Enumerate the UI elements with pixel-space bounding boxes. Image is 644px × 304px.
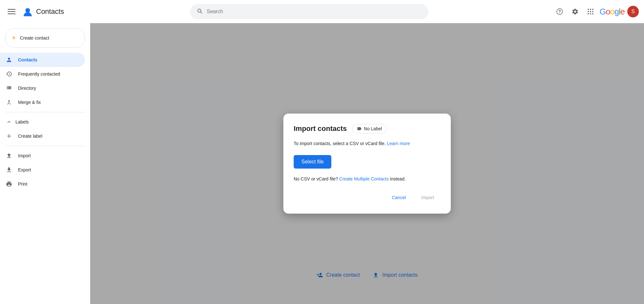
sidebar-item-export[interactable]: Export [0, 163, 85, 177]
menu-button[interactable] [5, 5, 18, 18]
plus-icon: + [12, 34, 16, 42]
search-inner [190, 4, 428, 19]
app-name: Contacts [36, 7, 64, 16]
svg-point-2 [559, 13, 560, 14]
directory-icon [5, 84, 13, 92]
sidebar-item-import-label: Import [18, 153, 31, 158]
google-logo: Google [600, 7, 625, 17]
label-tag-icon [357, 126, 362, 131]
sidebar-item-merge-fix-label: Merge & fix [18, 100, 41, 105]
sidebar-item-merge-fix[interactable]: Merge & fix [0, 95, 85, 109]
search-input[interactable] [207, 9, 422, 14]
sidebar-item-export-label: Export [18, 167, 31, 172]
labels-section-label: Labels [15, 119, 29, 124]
sidebar: + Create contact Contacts Frequently con… [0, 23, 90, 304]
create-contact-button[interactable]: + Create contact [5, 28, 85, 48]
sidebar-item-create-label-label: Create label [18, 134, 43, 139]
print-icon [5, 180, 13, 188]
sidebar-item-import[interactable]: Import [0, 149, 85, 163]
nav-divider-2 [5, 146, 85, 146]
settings-button[interactable] [569, 5, 582, 18]
sidebar-item-contacts[interactable]: Contacts [0, 53, 85, 67]
person-icon [5, 56, 13, 64]
add-icon [5, 132, 13, 140]
header-right: Google S [553, 5, 639, 18]
export-icon [5, 166, 13, 174]
header-left: Contacts [5, 5, 128, 18]
chevron-up-icon [5, 118, 13, 126]
cancel-button[interactable]: Cancel [385, 192, 412, 203]
dialog-title: Import contacts [294, 124, 347, 133]
learn-more-link[interactable]: Learn more [387, 141, 410, 146]
sidebar-item-frequently-contacted[interactable]: Frequently contacted [0, 67, 85, 81]
history-icon [5, 70, 13, 78]
dialog-note: No CSV or vCard file? Create Multiple Co… [294, 176, 440, 181]
user-avatar[interactable]: S [627, 6, 639, 17]
sidebar-item-print-label: Print [18, 181, 27, 187]
sidebar-item-contacts-label: Contacts [18, 57, 37, 62]
sidebar-item-directory-label: Directory [18, 86, 36, 91]
search-bar [190, 4, 428, 19]
app-logo: Contacts [22, 6, 64, 17]
sidebar-item-frequently-contacted-label: Frequently contacted [18, 71, 60, 77]
dialog-description: To import contacts, select a CSV or vCar… [294, 140, 440, 147]
nav-divider [5, 112, 85, 112]
sidebar-item-directory[interactable]: Directory [0, 81, 85, 95]
sidebar-item-print[interactable]: Print [0, 177, 85, 191]
contacts-app-icon [22, 6, 33, 17]
dialog-actions: Cancel Import [294, 192, 440, 203]
help-button[interactable] [553, 5, 566, 18]
grid-dots-icon [588, 9, 593, 14]
select-file-button[interactable]: Select file [294, 155, 331, 169]
import-contacts-dialog: Import contacts No Label To import conta… [283, 114, 451, 213]
apps-button[interactable] [584, 5, 597, 18]
sidebar-item-create-label[interactable]: Create label [0, 129, 85, 143]
no-label-text: No Label [364, 126, 382, 131]
app-header: Contacts [0, 0, 644, 23]
create-multiple-contacts-link[interactable]: Create Multiple Contacts [339, 176, 389, 181]
svg-point-0 [25, 8, 30, 13]
main-content: Import contacts No Label To import conta… [90, 23, 644, 304]
dialog-header: Import contacts No Label [294, 124, 440, 134]
no-label-badge[interactable]: No Label [352, 124, 387, 134]
modal-overlay: Import contacts No Label To import conta… [90, 23, 644, 304]
merge-icon [5, 98, 13, 106]
labels-section[interactable]: Labels [0, 115, 90, 129]
main-layout: + Create contact Contacts Frequently con… [0, 23, 644, 304]
search-icon [196, 8, 203, 16]
create-contact-label: Create contact [20, 35, 49, 41]
import-button[interactable]: Import [415, 192, 440, 203]
import-icon [5, 152, 13, 160]
